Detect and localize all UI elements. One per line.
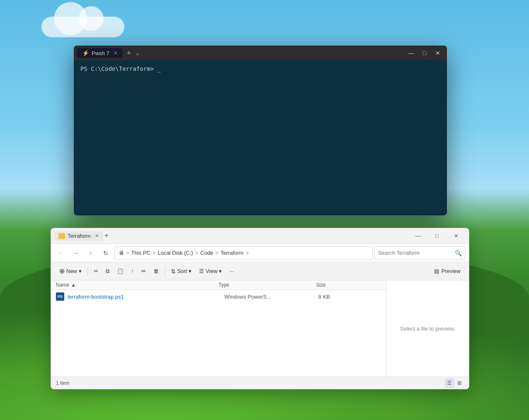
- share-icon: ↑: [131, 268, 134, 274]
- column-size-header[interactable]: Size: [316, 282, 381, 288]
- explorer-tab-label: Terraform: [68, 233, 91, 239]
- rename-button[interactable]: ✏: [138, 265, 149, 278]
- preview-button[interactable]: ▤ Preview: [431, 265, 464, 278]
- file-list-header: Name ▲ Type Size: [51, 280, 386, 290]
- rename-icon: ✏: [141, 268, 146, 274]
- breadcrumb-local-disk[interactable]: Local Disk (C:): [158, 250, 193, 256]
- terminal-tab-label: Pwsh 7: [92, 50, 109, 56]
- search-icon: 🔍: [455, 250, 462, 256]
- cut-icon: ✂: [94, 268, 98, 274]
- explorer-tab-close-icon[interactable]: ✕: [95, 233, 99, 239]
- terminal-new-tab-button[interactable]: +: [124, 49, 134, 58]
- paste-button[interactable]: 📋: [114, 265, 127, 278]
- back-button[interactable]: ←: [54, 246, 68, 260]
- breadcrumb-code[interactable]: Code: [200, 250, 213, 256]
- delete-button[interactable]: 🗑: [150, 265, 162, 278]
- sort-button[interactable]: ⇅ Sort ▾: [167, 265, 195, 278]
- explorer-window: Terraform ✕ + — □ ✕ ← → ↑ ↻ 🖥 > This PC …: [51, 228, 469, 389]
- file-name: terraform-bootstrap.ps1: [68, 294, 224, 300]
- file-icon: PS: [56, 292, 64, 301]
- new-dropdown-icon: ▾: [79, 268, 82, 274]
- status-item-count: 1 item: [56, 380, 70, 386]
- sort-label: Sort: [177, 268, 187, 274]
- statusbar-view-buttons: ☰ ⊞: [445, 379, 464, 388]
- explorer-window-controls: — □ ✕: [408, 229, 466, 243]
- preview-pane: Select a file to preview.: [386, 280, 469, 377]
- view-label: View: [206, 268, 217, 274]
- cloud-decoration: [41, 17, 124, 37]
- explorer-new-tab-button[interactable]: +: [104, 232, 109, 240]
- share-button[interactable]: ↑: [128, 265, 137, 278]
- breadcrumb-this-pc[interactable]: This PC: [131, 250, 150, 256]
- powershell-file-icon: PS: [56, 292, 64, 301]
- terminal-window: ⚡ Pwsh 7 ✕ + ⌄ — □ ✕ PS C:\Code\Terrafor…: [74, 46, 447, 215]
- file-type: Windows PowerS...: [224, 294, 318, 300]
- breadcrumb-sep1: >: [126, 250, 129, 256]
- list-view-button[interactable]: ☰: [445, 379, 454, 388]
- forward-button[interactable]: →: [69, 246, 83, 260]
- terminal-tab-close-icon[interactable]: ✕: [114, 50, 118, 56]
- breadcrumb-terraform[interactable]: Terraform: [221, 250, 244, 256]
- terminal-tab-dropdown-button[interactable]: ⌄: [135, 50, 140, 56]
- explorer-minimize-button[interactable]: —: [408, 229, 427, 243]
- new-label: New: [66, 268, 77, 274]
- breadcrumb[interactable]: 🖥 > This PC > Local Disk (C:) > Code > T…: [114, 246, 373, 260]
- terminal-titlebar: ⚡ Pwsh 7 ✕ + ⌄ — □ ✕: [74, 46, 447, 60]
- column-type-label: Type: [218, 282, 229, 288]
- breadcrumb-monitor-icon: 🖥: [119, 250, 124, 256]
- explorer-navbar: ← → ↑ ↻ 🖥 > This PC > Local Disk (C:) > …: [51, 244, 469, 262]
- new-button[interactable]: ⊕ New ▾: [56, 265, 85, 278]
- terminal-close-button[interactable]: ✕: [432, 47, 444, 59]
- sort-dropdown-icon: ▾: [189, 268, 192, 274]
- new-icon: ⊕: [59, 267, 65, 275]
- delete-icon: 🗑: [153, 268, 159, 274]
- column-name-label: Name: [56, 282, 69, 288]
- search-box[interactable]: 🔍: [374, 246, 466, 260]
- separator2: [165, 266, 165, 276]
- file-list[interactable]: Name ▲ Type Size PS terraform-bootstrap.…: [51, 280, 386, 377]
- separator1: [87, 266, 88, 276]
- folder-icon: [58, 233, 65, 239]
- breadcrumb-sep2: >: [153, 250, 156, 256]
- view-dropdown-icon: ▾: [219, 268, 222, 274]
- preview-label: Preview: [442, 268, 461, 274]
- view-button[interactable]: ☰ View ▾: [196, 265, 225, 278]
- terminal-maximize-button[interactable]: □: [419, 47, 430, 59]
- breadcrumb-sep3: >: [195, 250, 199, 256]
- explorer-titlebar: Terraform ✕ + — □ ✕: [51, 228, 469, 244]
- more-icon: ···: [229, 268, 234, 274]
- explorer-close-button[interactable]: ✕: [446, 229, 466, 243]
- explorer-statusbar: 1 item ☰ ⊞: [51, 377, 469, 389]
- terminal-tab[interactable]: ⚡ Pwsh 7 ✕: [77, 48, 123, 58]
- copy-button[interactable]: ⧉: [102, 265, 113, 278]
- search-input[interactable]: [378, 250, 453, 256]
- column-size-label: Size: [316, 282, 325, 288]
- paste-icon: 📋: [117, 268, 124, 274]
- explorer-content: Name ▲ Type Size PS terraform-bootstrap.…: [51, 280, 469, 377]
- terminal-window-controls: — □ ✕: [405, 47, 444, 59]
- breadcrumb-arrow: >: [246, 250, 249, 256]
- copy-icon: ⧉: [106, 268, 109, 275]
- file-size: 8 KB: [318, 294, 381, 300]
- terminal-body[interactable]: PS C:\Code\Terraform> _: [74, 60, 447, 215]
- preview-icon: ▤: [434, 268, 439, 274]
- terminal-prompt: PS C:\Code\Terraform> _: [80, 65, 161, 72]
- grid-view-button[interactable]: ⊞: [455, 379, 464, 388]
- view-icon: ☰: [199, 268, 204, 274]
- explorer-toolbar: ⊕ New ▾ ✂ ⧉ 📋 ↑ ✏ 🗑 ⇅ Sort ▾ ☰: [51, 262, 469, 280]
- terminal-minimize-button[interactable]: —: [405, 47, 417, 59]
- explorer-tab[interactable]: Terraform ✕: [54, 231, 103, 241]
- powershell-icon: ⚡: [82, 50, 89, 56]
- table-row[interactable]: PS terraform-bootstrap.ps1 Windows Power…: [51, 290, 386, 303]
- column-type-header[interactable]: Type: [218, 282, 316, 288]
- column-name-header[interactable]: Name ▲: [56, 282, 218, 288]
- cut-button[interactable]: ✂: [90, 265, 102, 278]
- up-button[interactable]: ↑: [84, 246, 97, 260]
- explorer-maximize-button[interactable]: □: [427, 229, 446, 243]
- column-name-sort-icon: ▲: [71, 282, 76, 288]
- preview-hint-text: Select a file to preview.: [400, 326, 455, 332]
- more-button[interactable]: ···: [226, 265, 237, 278]
- refresh-button[interactable]: ↻: [99, 246, 112, 260]
- breadcrumb-sep4: >: [215, 250, 218, 256]
- sort-icon: ⇅: [171, 268, 176, 275]
